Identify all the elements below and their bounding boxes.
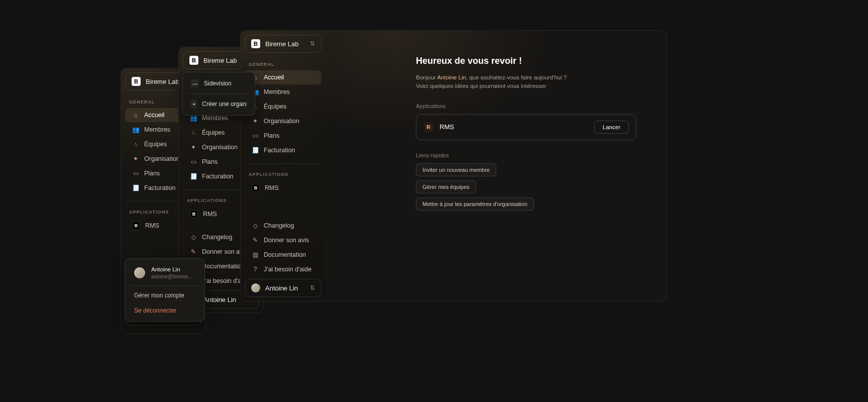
card-icon: ▭ (132, 170, 139, 177)
nav-label: Équipes (144, 141, 167, 148)
apps-label: Applications (416, 103, 636, 109)
team-icon: ⛬ (190, 129, 197, 136)
chevron-updown-icon: ⇅ (310, 40, 315, 47)
nav-label: RMS (145, 222, 159, 229)
sidebar-primary: B Bireme Lab ⇅ GENERAL ⌂Accueil 👥Membres… (240, 30, 325, 301)
user-menu-logout[interactable]: Se déconnecter (128, 303, 201, 318)
card-icon: ▭ (190, 158, 197, 165)
nav-label: Plans (144, 170, 160, 177)
chevron-updown-icon: ⇅ (310, 284, 315, 291)
divider (129, 285, 200, 286)
user-switcher[interactable]: Antoine Lin ⇅ (245, 279, 321, 297)
nav-help[interactable]: ?J'ai besoin d'aide (245, 262, 321, 276)
nav-label: Facturation (144, 184, 176, 191)
quicklink-invite[interactable]: Inviter un nouveau membre (416, 163, 496, 176)
home-icon: ⌂ (132, 112, 139, 119)
nav-label: Membres (144, 126, 170, 133)
users-icon: 👥 (132, 126, 139, 133)
section-general: GENERAL (241, 60, 325, 70)
invoice-icon: 🧾 (132, 184, 139, 191)
nav-app-rms[interactable]: BRMS (245, 180, 321, 195)
app-rms-icon: B (252, 184, 260, 192)
user-menu-header: Antoine Lin antoine@bireme… (128, 262, 201, 283)
doc-icon: ▤ (252, 251, 259, 258)
org-option-sidevision[interactable]: — Sidevision (186, 75, 252, 91)
user-menu-email: antoine@bireme… (151, 274, 193, 279)
avatar (251, 283, 260, 292)
nav-label: Organisation (144, 155, 180, 162)
team-icon: ⛬ (132, 141, 139, 148)
org-option-icon: — (191, 79, 199, 87)
org-icon: B (189, 56, 198, 65)
nav-organisation[interactable]: ✦Organisation (245, 114, 321, 128)
org-create[interactable]: + Créer une organisa… (186, 96, 252, 112)
bulb-icon: ✎ (190, 248, 197, 255)
divider (245, 163, 321, 164)
org-icon-nav: ✦ (190, 144, 197, 151)
user-name: Antoine Lin (203, 296, 243, 304)
avatar (134, 267, 145, 278)
greeting-username: Antoine Lin (437, 74, 466, 80)
app-card-name: RMS (440, 123, 588, 131)
nav-plans[interactable]: ▭Plans (245, 129, 321, 143)
app-card-rms: R RMS Lancer (416, 114, 636, 140)
org-switcher-popover: — Sidevision + Créer une organisa… (182, 72, 255, 116)
app-rms-icon: B (132, 222, 140, 230)
quicklink-teams[interactable]: Gérer mes équipes (416, 180, 476, 193)
nav-label: Accueil (144, 112, 164, 119)
nav-facturation[interactable]: 🧾Facturation (245, 143, 321, 157)
user-name: Antoine Lin (265, 284, 305, 292)
nav-equipes[interactable]: ⛬Équipes (245, 99, 321, 114)
org-name: Bireme Lab (265, 40, 305, 48)
main-content: Heureux de vous revoir ! Bonjour Antoine… (325, 30, 667, 301)
card-icon: ▭ (252, 132, 259, 139)
org-icon: B (251, 39, 260, 48)
nav-accueil[interactable]: ⌂Accueil (245, 70, 321, 84)
nav-documentation[interactable]: ▤Documentation (245, 248, 321, 262)
users-icon: 👥 (190, 115, 197, 122)
plus-icon: + (191, 100, 197, 108)
launch-button[interactable]: Lancer (594, 121, 629, 134)
user-menu-name: Antoine Lin (151, 266, 180, 272)
org-switcher[interactable]: B Bireme Lab ⇅ (245, 35, 321, 53)
org-name: Bireme Lab (203, 57, 243, 64)
help-icon: ? (252, 266, 259, 273)
bulb-icon: ✎ (252, 237, 259, 244)
invoice-icon: 🧾 (190, 173, 197, 180)
tag-icon: ◇ (252, 222, 259, 229)
tag-icon: ◇ (190, 234, 197, 241)
nav-membres[interactable]: 👥Membres (245, 85, 321, 99)
org-icon: B (132, 77, 141, 86)
page-title: Heureux de vous revoir ! (416, 56, 636, 66)
quicklinks-label: Liens rapides (416, 152, 636, 158)
greeting: Bonjour Antoine Lin, que souhaitez-vous … (416, 73, 636, 91)
quicklink-orgsettings[interactable]: Mettre à jour les paramètres d'organisat… (416, 197, 534, 211)
nav-changelog[interactable]: ◇Changelog (245, 219, 321, 233)
invoice-icon: 🧾 (252, 147, 259, 154)
nav-feedback[interactable]: ✎Donner son avis (245, 233, 321, 247)
divider (187, 93, 251, 94)
app-rms-icon: B (190, 210, 198, 218)
org-icon-nav: ✦ (252, 118, 259, 125)
user-menu-popover: Antoine Lin antoine@bireme… Gérer mon co… (125, 258, 205, 322)
org-icon-nav: ✦ (132, 155, 139, 162)
user-menu-manage[interactable]: Gérer mon compte (128, 288, 201, 303)
app-card-icon: R (423, 122, 433, 132)
section-apps: APPLICATIONS (241, 170, 325, 180)
